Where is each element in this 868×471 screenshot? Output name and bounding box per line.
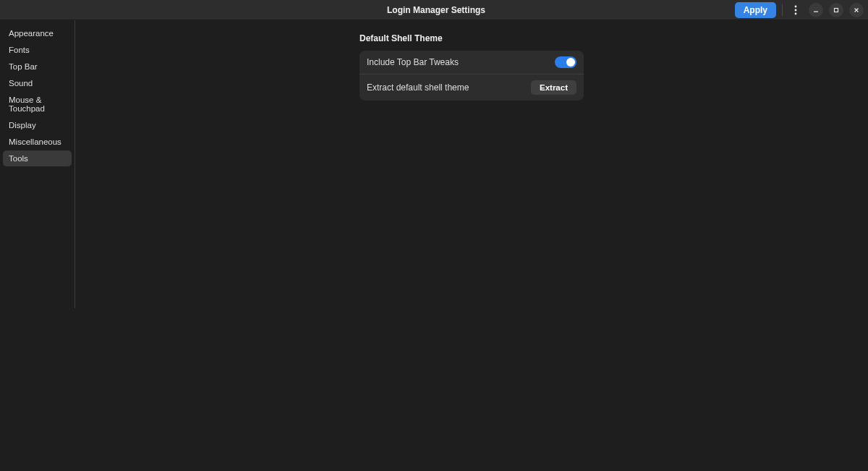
row-include-top-bar-tweaks: Include Top Bar Tweaks	[359, 51, 584, 74]
row-extract-default-shell-theme: Extract default shell theme Extract	[359, 74, 584, 101]
extract-button[interactable]: Extract	[531, 80, 576, 95]
window-body: Appearance Fonts Top Bar Sound Mouse & T…	[0, 20, 868, 471]
row-label: Include Top Bar Tweaks	[367, 57, 459, 67]
minimize-button[interactable]	[809, 3, 823, 17]
sidebar-item-top-bar[interactable]: Top Bar	[3, 59, 72, 75]
sidebar-item-miscellaneous[interactable]: Miscellaneous	[3, 134, 72, 150]
sidebar-item-display[interactable]: Display	[3, 117, 72, 133]
svg-point-2	[795, 12, 797, 14]
sidebar-item-mouse-touchpad[interactable]: Mouse & Touchpad	[3, 92, 72, 116]
svg-point-0	[795, 5, 797, 7]
apply-button[interactable]: Apply	[735, 2, 776, 18]
close-button[interactable]	[849, 3, 864, 17]
switch-knob	[566, 58, 575, 67]
sidebar-item-sound[interactable]: Sound	[3, 75, 72, 91]
titlebar-actions: Apply	[579, 2, 864, 18]
svg-rect-3	[814, 11, 818, 12]
sidebar-item-appearance[interactable]: Appearance	[3, 25, 72, 41]
separator	[782, 4, 783, 16]
window-title: Login Manager Settings	[294, 5, 579, 15]
sidebar-item-fonts[interactable]: Fonts	[3, 42, 72, 58]
menu-icon[interactable]	[788, 3, 803, 17]
sidebar-item-tools[interactable]: Tools	[3, 150, 72, 166]
content-panel: Default Shell Theme Include Top Bar Twea…	[359, 33, 584, 101]
row-label: Extract default shell theme	[367, 82, 469, 93]
svg-rect-4	[835, 8, 838, 12]
include-top-bar-switch[interactable]	[555, 56, 576, 68]
titlebar: Login Manager Settings Apply	[0, 0, 868, 20]
group-title: Default Shell Theme	[359, 33, 584, 43]
content-area: Default Shell Theme Include Top Bar Twea…	[75, 20, 868, 471]
settings-group: Include Top Bar Tweaks Extract default s…	[359, 51, 584, 101]
maximize-button[interactable]	[829, 3, 843, 17]
svg-point-1	[795, 9, 797, 11]
sidebar: Appearance Fonts Top Bar Sound Mouse & T…	[0, 20, 75, 308]
